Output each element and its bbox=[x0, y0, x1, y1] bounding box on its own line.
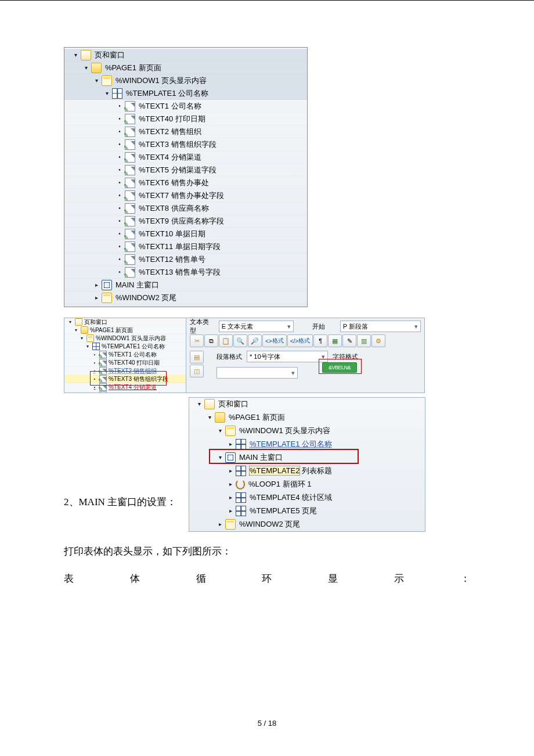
side-btn-2[interactable]: ◫ bbox=[190, 365, 204, 377]
node-label: %WINDOW1 页头显示内容 bbox=[116, 75, 307, 86]
tree-node-root[interactable]: 页和窗口 bbox=[64, 318, 186, 326]
tree-node-window1[interactable]: %WINDOW1 页头显示内容 bbox=[189, 424, 425, 438]
select-text-type[interactable]: E 文本元素 bbox=[219, 321, 294, 332]
tree-node-template1[interactable]: %TEMPLATE1 公司名称 bbox=[189, 438, 425, 451]
format-button-2[interactable]: </>格式 bbox=[287, 334, 313, 347]
tree-node-text5[interactable]: %TEXT5 分销渠道字段 bbox=[64, 391, 186, 393]
bullet-icon bbox=[117, 269, 122, 275]
node-label: %TEMPLATE1 公司名称 bbox=[126, 88, 307, 99]
select-char-format[interactable] bbox=[217, 367, 298, 379]
find-next-button[interactable]: 🔎 bbox=[248, 334, 262, 347]
node-label: %TEXT2 销售组织 bbox=[139, 127, 307, 137]
text-icon bbox=[125, 101, 135, 111]
cut-button[interactable]: ✂ bbox=[190, 334, 204, 347]
smartforms-tree-3: 页和窗口 %PAGE1 新页面 %WINDOW1 页头显示内容 %TEMPLAT… bbox=[189, 397, 425, 532]
text-icon bbox=[125, 139, 135, 150]
tree-node-page[interactable]: %PAGE1 新页面 bbox=[189, 411, 425, 424]
tree-node-text3[interactable]: %TEXT3 销售组织字段 bbox=[64, 375, 186, 383]
tree-node-text[interactable]: %TEXT12 销售单号 bbox=[64, 253, 307, 266]
tree-node-template2[interactable]: %TEMPLATE2 列表标题 bbox=[189, 465, 425, 478]
expand-icon[interactable] bbox=[93, 295, 99, 301]
tree-node-window1[interactable]: %WINDOW1 页头显示内容 bbox=[64, 334, 186, 343]
tree-node-text[interactable]: %TEXT8 供应商名称 bbox=[64, 202, 307, 215]
node-label: %TEXT13 销售单号字段 bbox=[139, 267, 307, 278]
page-button[interactable]: ▦ bbox=[328, 334, 342, 347]
section-heading: 2、MAIN 主窗口的设置： bbox=[64, 495, 176, 509]
side-btn-1[interactable]: ▤ bbox=[190, 351, 204, 363]
tree-node-window2[interactable]: %WINDOW2 页尾 bbox=[189, 518, 425, 531]
tree-node-text[interactable]: %TEXT13 销售单号字段 bbox=[64, 266, 307, 279]
tree-node-loop[interactable]: %LOOP1 新循环 1 bbox=[189, 478, 425, 491]
format-button-1[interactable]: <>格式 bbox=[262, 334, 287, 347]
tree-node-text1[interactable]: %TEXT1 公司名称 bbox=[64, 351, 186, 359]
find-button[interactable]: 🔍 bbox=[233, 334, 247, 347]
tree-node-root[interactable]: 页和窗口 bbox=[64, 49, 307, 62]
text-icon bbox=[125, 242, 135, 252]
tree-node-text[interactable]: %TEXT11 单据日期字段 bbox=[64, 240, 307, 253]
bullet-icon bbox=[117, 180, 122, 186]
tree-panel: 页和窗口 %PAGE1 新页面 %WINDOW1 页头显示内容 %TEMPLAT… bbox=[64, 318, 186, 393]
tree-node-text[interactable]: %TEXT9 供应商名称字段 bbox=[64, 215, 307, 228]
paragraph-button[interactable]: ¶ bbox=[313, 334, 327, 347]
tree-node-text[interactable]: %TEXT1 公司名称 bbox=[64, 100, 307, 113]
node-label: %TEXT10 单据日期 bbox=[139, 229, 307, 239]
expand-icon[interactable] bbox=[93, 78, 99, 84]
tree-node-text[interactable]: %TEXT10 单据日期 bbox=[64, 228, 307, 240]
text-icon bbox=[125, 254, 135, 265]
tree-node-root[interactable]: 页和窗口 bbox=[189, 398, 425, 411]
node-label: %TEXT8 供应商名称 bbox=[139, 203, 307, 214]
bullet-icon bbox=[117, 103, 122, 109]
expand-icon[interactable] bbox=[104, 91, 110, 96]
layout-button[interactable]: ▥ bbox=[357, 334, 371, 347]
tree-node-template1[interactable]: %TEMPLATE1 公司名称 bbox=[64, 87, 307, 100]
variable-token[interactable]: &VBELN& bbox=[322, 362, 357, 373]
expand-icon[interactable] bbox=[93, 282, 99, 288]
tree-node-text[interactable]: %TEXT40 打印日期 bbox=[64, 113, 307, 125]
tree-node-window2[interactable]: %WINDOW2 页尾 bbox=[64, 291, 307, 304]
tree-node-text[interactable]: %TEXT6 销售办事处 bbox=[64, 177, 307, 189]
select-start[interactable]: P 新段落 bbox=[340, 321, 421, 332]
edit-button[interactable]: ✎ bbox=[342, 334, 356, 347]
body-text-2: 打印表体的表头显示，如下列图所示： bbox=[64, 545, 470, 558]
tree-node-text[interactable]: %TEXT5 分销渠道字段 bbox=[64, 164, 307, 177]
node-label: %TEXT3 销售组织字段 bbox=[139, 139, 307, 150]
expand-icon[interactable] bbox=[83, 65, 89, 71]
tree-node-page[interactable]: %PAGE1 新页面 bbox=[64, 326, 186, 334]
tree-node-window1[interactable]: %WINDOW1 页头显示内容 bbox=[64, 74, 307, 87]
bullet-icon bbox=[117, 167, 122, 173]
settings-button[interactable]: ⚙ bbox=[371, 334, 385, 347]
tree-node-text2[interactable]: %TEXT2 销售组织 bbox=[64, 367, 186, 375]
editor-toolbar: ✂ ⧉ 📋 🔍 🔎 <>格式 </>格式 ¶ ▦ ✎ ▥ ⚙ bbox=[190, 334, 421, 347]
text-icon bbox=[125, 127, 135, 137]
tree-node-text[interactable]: %TEXT2 销售组织 bbox=[64, 125, 307, 138]
tree-node-text[interactable]: %TEXT3 销售组织字段 bbox=[64, 138, 307, 151]
tree-node-text[interactable]: %TEXT7 销售办事处字段 bbox=[64, 189, 307, 202]
text-icon bbox=[125, 178, 135, 188]
body-text-spread: 表 体 循 环 显 示 ： bbox=[64, 572, 470, 585]
select-para-format[interactable]: * 10号字体 bbox=[247, 351, 328, 362]
tree-node-text4[interactable]: %TEXT4 分销渠道 bbox=[64, 383, 186, 391]
text-icon bbox=[125, 216, 135, 226]
tree-node-page[interactable]: %PAGE1 新页面 bbox=[64, 62, 307, 74]
tree-node-template1[interactable]: %TEMPLATE1 公司名称 bbox=[64, 343, 186, 351]
loop-icon bbox=[236, 479, 245, 489]
tree-node-text40[interactable]: %TEXT40 打印日期 bbox=[64, 359, 186, 367]
tree-node-template4[interactable]: %TEMPLATE4 统计区域 bbox=[189, 491, 425, 505]
smartforms-detail-panel: 页和窗口 %PAGE1 新页面 %WINDOW1 页头显示内容 %TEMPLAT… bbox=[64, 318, 425, 393]
expand-icon[interactable] bbox=[73, 52, 78, 58]
bullet-icon bbox=[117, 129, 122, 135]
node-label: %TEXT40 打印日期 bbox=[139, 114, 307, 124]
bullet-icon bbox=[117, 231, 122, 237]
bullet-icon bbox=[117, 257, 122, 262]
smartforms-tree-1: 页和窗口 %PAGE1 新页面 %WINDOW1 页头显示内容 %TEMPLAT… bbox=[64, 47, 308, 307]
bullet-icon bbox=[117, 116, 122, 122]
paste-button[interactable]: 📋 bbox=[219, 334, 233, 347]
bullet-icon bbox=[117, 154, 122, 160]
tree-node-text[interactable]: %TEXT4 分销渠道 bbox=[64, 151, 307, 164]
tree-node-main[interactable]: MAIN 主窗口 bbox=[189, 451, 425, 465]
page-number: 5 / 18 bbox=[64, 719, 470, 728]
tree-node-main[interactable]: MAIN 主窗口 bbox=[64, 279, 307, 291]
tree-node-template5[interactable]: %TEMPLATE5 页尾 bbox=[189, 505, 425, 518]
copy-button[interactable]: ⧉ bbox=[204, 334, 218, 347]
node-label: %TEXT1 公司名称 bbox=[139, 101, 307, 111]
